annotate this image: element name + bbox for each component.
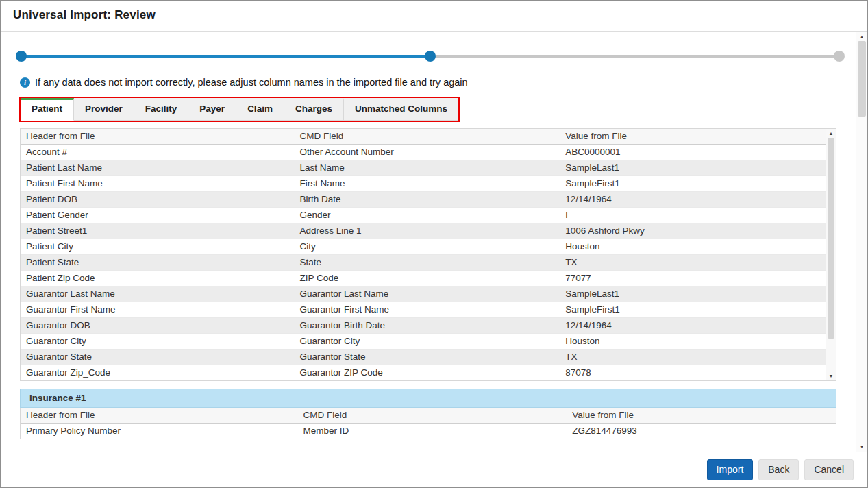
table-cell: ZIP Code [295,271,560,286]
table-row: Patient StateStateTX [21,255,826,271]
table-cell: TX [560,255,826,271]
table-cell: Guarantor ZIP Code [295,365,560,381]
table-cell: Patient Gender [21,208,295,223]
page-scroll-up-arrow[interactable]: ▲ [860,34,865,40]
progress-step-3-dot [834,51,845,62]
title-bar: Universal Import: Review [1,1,867,32]
info-circle-icon: i [20,77,30,88]
tab-provider[interactable]: Provider [74,98,134,121]
table-cell: Guarantor State [21,350,295,365]
table-cell: Guarantor DOB [21,318,295,334]
table-cell: Patient First Name [21,176,295,192]
scrollbar-track[interactable] [826,138,836,371]
table-cell: Guarantor City [21,334,295,350]
tab-facility[interactable]: Facility [134,98,189,121]
page-scroll-down-arrow[interactable]: ▼ [860,443,865,450]
progress-line-complete [21,55,430,58]
table-cell: Gender [295,208,560,223]
table-cell: Account # [21,145,295,160]
table-cell: Guarantor First Name [295,302,560,318]
scroll-down-arrow[interactable]: ▼ [829,373,834,379]
tab-charges[interactable]: Charges [284,98,344,121]
table-row: Patient CityCityHouston [21,239,826,255]
tab-unmatched-columns[interactable]: Unmatched Columns [344,98,458,121]
table-row: Patient First NameFirst NameSampleFirst1 [21,176,826,192]
table-row: Guarantor CityGuarantor CityHouston [21,334,826,350]
table-cell: Patient Street1 [21,223,295,239]
tab-bar: PatientProviderFacilityPayerClaimCharges… [21,98,458,121]
table-cell: Guarantor Last Name [295,286,560,302]
table-cell: 12/14/1964 [560,192,826,208]
table-cell: State [295,255,560,271]
table-cell: Guarantor First Name [21,302,295,318]
table-cell: Member ID [298,424,567,439]
table-row: Patient Street1Address Line 11006 Ashfor… [21,223,826,239]
table-cell: Last Name [295,160,560,176]
table-cell: ABC0000001 [560,145,826,160]
table-cell: Patient Zip Code [21,271,295,286]
table-row: Guarantor Last NameGuarantor Last NameSa… [21,286,826,302]
back-button[interactable]: Back [758,459,799,480]
table-cell: Patient Last Name [21,160,295,176]
table-cell: 87078 [560,365,826,381]
tab-payer[interactable]: Payer [188,98,236,121]
table-cell: 1006 Ashford Pkwy [560,223,826,239]
table-cell: Primary Policy Number [21,424,298,439]
table-cell: 77077 [560,271,826,286]
table-cell: Houston [560,239,826,255]
table-row: Guarantor DOBGuarantor Birth Date12/14/1… [21,318,826,334]
table-row: Primary Policy NumberMember IDZGZ8144769… [21,424,836,439]
table-row: Account #Other Account NumberABC0000001 [21,145,826,160]
table-cell: First Name [295,176,560,192]
table-cell: ZGZ814476993 [567,424,836,439]
mapping-table-container: Header from FileCMD FieldValue from File… [20,128,836,381]
progress-step-2-dot [425,51,436,62]
table-row: Guarantor Zip_CodeGuarantor ZIP Code8707… [21,365,826,381]
import-button[interactable]: Import [707,459,754,480]
table-row: Patient Last NameLast NameSampleLast1 [21,160,826,176]
table-cell: SampleLast1 [560,286,826,302]
table-scrollbar[interactable]: ▲ ▼ [826,129,836,380]
insurance-table-header-row: Header from FileCMD FieldValue from File [21,408,836,424]
progress-stepper [21,51,839,62]
mapping-table-header-row: Header from FileCMD FieldValue from File [21,129,826,145]
table-cell: F [560,208,826,223]
table-cell: SampleFirst1 [560,302,826,318]
content-area: i If any data does not import correctly,… [1,32,856,452]
scroll-up-arrow[interactable]: ▲ [829,130,834,136]
universal-import-dialog: Universal Import: Review i If any data d… [0,0,868,488]
table-cell: 12/14/1964 [560,318,826,334]
page-scrollbar-thumb[interactable] [858,41,866,117]
table-row: Guarantor StateGuarantor StateTX [21,350,826,365]
table-cell: Patient State [21,255,295,271]
table-cell: Houston [560,334,826,350]
page-title: Universal Import: Review [13,8,855,22]
insurance-table-container: Header from FileCMD FieldValue from File… [20,408,836,439]
table-row: Guarantor First NameGuarantor First Name… [21,302,826,318]
table-cell: Patient City [21,239,295,255]
scrollbar-thumb[interactable] [828,138,834,339]
table-row: Patient Zip CodeZIP Code77077 [21,271,826,286]
table-cell: Guarantor City [295,334,560,350]
table-row: Patient DOBBirth Date12/14/1964 [21,192,826,208]
table-cell: SampleFirst1 [560,176,826,192]
tab-claim[interactable]: Claim [236,98,284,121]
footer-action-bar: Import Back Cancel [1,452,867,487]
table-cell: Address Line 1 [295,223,560,239]
table-cell: Guarantor State [295,350,560,365]
table-cell: Guarantor Birth Date [295,318,560,334]
mapping-table: Header from FileCMD FieldValue from File… [21,129,826,380]
table-row: Patient GenderGenderF [21,208,826,223]
column-header: CMD Field [295,129,560,145]
table-cell: City [295,239,560,255]
table-cell: SampleLast1 [560,160,826,176]
table-cell: TX [560,350,826,365]
column-header: Value from File [560,129,826,145]
page-scrollbar-track[interactable] [856,41,867,442]
cancel-button[interactable]: Cancel [804,459,854,480]
tab-patient[interactable]: Patient [21,98,74,121]
tabs-annotation-box: PatientProviderFacilityPayerClaimCharges… [19,97,460,122]
table-cell: Birth Date [295,192,560,208]
page-scrollbar[interactable]: ▲ ▼ [856,32,867,452]
insurance-section-header: Insurance #1 [20,389,836,408]
